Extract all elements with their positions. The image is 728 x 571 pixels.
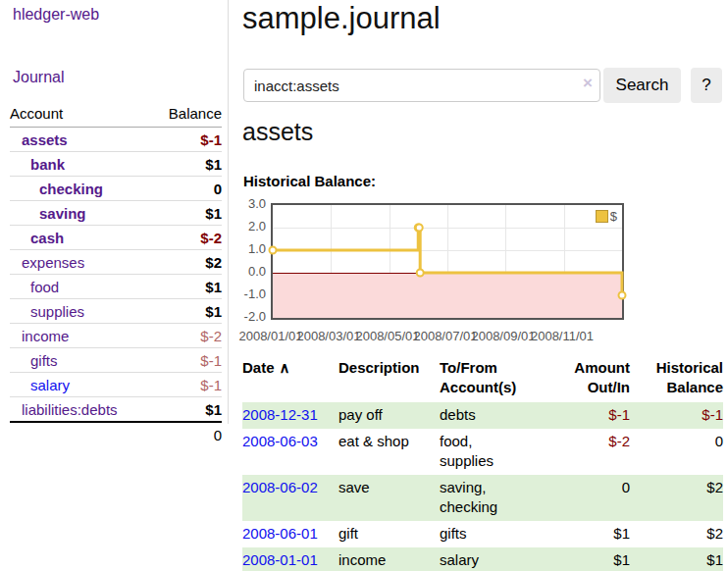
legend-swatch-icon — [596, 210, 608, 223]
account-balance: $1 — [151, 201, 222, 226]
transaction-balance: $1 — [630, 547, 723, 571]
accounts-total-balance: 0 — [151, 422, 222, 447]
account-link-bank[interactable]: bank — [30, 156, 65, 173]
y-axis-tick: -1.0 — [235, 286, 266, 301]
account-row-saving: saving $1 — [10, 201, 222, 226]
app-title-link[interactable]: hledger-web — [13, 6, 99, 24]
register-row[interactable]: 2008-12-31 pay off debts $-1 $-1 — [242, 402, 723, 429]
account-link-cash[interactable]: cash — [30, 230, 64, 246]
search-input[interactable] — [243, 69, 600, 102]
register-row[interactable]: 2008-06-03 eat & shop food, supplies $-2… — [242, 429, 723, 475]
account-balance: $-1 — [151, 128, 222, 152]
account-row-liabilities-debts: liabilities:debts $1 — [10, 397, 222, 423]
account-link-supplies[interactable]: supplies — [30, 303, 84, 320]
sidebar-item-journal[interactable]: Journal — [13, 69, 64, 86]
data-point — [270, 247, 277, 254]
transaction-date-link[interactable]: 2008-12-31 — [242, 406, 318, 423]
register-header-accounts: To/From Account(s) — [440, 356, 530, 402]
data-point — [619, 292, 626, 299]
x-axis-tick: 2008/11/01 — [523, 329, 601, 343]
transaction-accounts: food, supplies — [440, 429, 530, 475]
account-row-expenses: expenses $2 — [10, 250, 222, 275]
account-balance: $-1 — [151, 373, 222, 397]
chart-legend: $ — [594, 208, 619, 225]
account-balance: $1 — [151, 299, 222, 324]
account-link-salary[interactable]: salary — [30, 377, 70, 393]
account-balance: 0 — [151, 177, 222, 201]
page-title: sample.journal — [242, 0, 441, 40]
account-row-bank: bank $1 — [10, 152, 222, 177]
help-button[interactable]: ? — [691, 68, 722, 103]
transaction-amount: 0 — [530, 475, 630, 521]
accounts-table: Account Balance assets $-1 bank $1 check… — [10, 102, 222, 447]
transaction-balance: $2 — [630, 475, 723, 521]
register-header-date[interactable]: Date∧ — [242, 356, 338, 402]
transaction-balance: $-1 — [630, 402, 723, 429]
y-axis-tick: 2.0 — [235, 219, 266, 234]
register-row[interactable]: 2008-06-02 save saving, checking 0 $2 — [242, 475, 723, 521]
y-axis-tick: 3.0 — [235, 196, 266, 211]
account-link-food[interactable]: food — [30, 279, 59, 295]
account-link-income[interactable]: income — [22, 328, 69, 344]
account-balance: $1 — [151, 397, 222, 423]
accounts-header-balance: Balance — [151, 102, 222, 128]
y-axis-tick: -2.0 — [235, 309, 266, 324]
account-balance: $2 — [151, 250, 222, 275]
register-header-date-label: Date — [242, 359, 275, 376]
register-header-description: Description — [338, 356, 440, 402]
transaction-date-link[interactable]: 2008-01-01 — [242, 551, 318, 568]
account-row-salary: salary $-1 — [10, 373, 222, 397]
register-header-amount: Amount Out/In — [530, 356, 630, 402]
data-point — [417, 270, 424, 277]
transaction-accounts: gifts — [440, 521, 530, 547]
transaction-amount: $1 — [530, 547, 630, 571]
historical-balance-chart: 3.0 2.0 1.0 0.0 -1.0 -2.0 $ 2008/01/01 2… — [235, 191, 728, 344]
register-row[interactable]: 2008-06-01 gift gifts $1 $2 — [242, 521, 723, 547]
accounts-header-account: Account — [10, 102, 151, 128]
account-link-assets[interactable]: assets — [22, 131, 68, 148]
transaction-amount: $1 — [530, 521, 630, 547]
account-balance: $1 — [151, 152, 222, 177]
account-row-supplies: supplies $1 — [10, 299, 222, 324]
transaction-date-link[interactable]: 2008-06-01 — [242, 525, 318, 542]
account-link-gifts[interactable]: gifts — [30, 352, 58, 369]
transaction-description: pay off — [338, 402, 440, 429]
transaction-date-link[interactable]: 2008-06-02 — [242, 479, 318, 495]
account-balance: $-2 — [151, 226, 222, 250]
account-row-income: income $-2 — [10, 324, 222, 348]
transaction-amount: $-2 — [530, 429, 630, 475]
register-table-header: Date∧ Description To/From Account(s) Amo… — [242, 356, 723, 402]
y-axis-tick: 1.0 — [235, 241, 266, 256]
transaction-description: income — [338, 547, 440, 571]
account-link-expenses[interactable]: expenses — [22, 254, 84, 271]
register-header-balance: Historical Balance — [630, 356, 723, 402]
account-row-assets: assets $-1 — [10, 128, 222, 152]
transaction-description: save — [338, 475, 440, 521]
chart-plot-area[interactable]: $ — [271, 203, 624, 320]
y-axis-tick: 0.0 — [235, 264, 266, 279]
account-row-checking: checking 0 — [10, 177, 222, 201]
account-link-checking[interactable]: checking — [39, 181, 103, 197]
accounts-table-header: Account Balance — [10, 102, 222, 128]
chart-title: Historical Balance: — [243, 173, 376, 189]
search-button[interactable]: Search — [603, 68, 681, 103]
balance-line-svg — [273, 205, 622, 318]
account-link-liabilities-debts[interactable]: liabilities:debts — [22, 401, 118, 418]
account-balance: $1 — [151, 275, 222, 299]
account-row-cash: cash $-2 — [10, 226, 222, 250]
transaction-accounts: debts — [440, 402, 530, 429]
transaction-date-link[interactable]: 2008-06-03 — [242, 433, 318, 449]
account-row-food: food $1 — [10, 275, 222, 299]
clear-search-icon[interactable]: × — [579, 74, 597, 93]
sort-ascending-icon: ∧ — [280, 359, 290, 376]
register-row[interactable]: 2008-01-01 income salary $1 $1 — [242, 547, 723, 571]
transaction-description: eat & shop — [338, 429, 440, 475]
sidebar: hledger-web Journal Account Balance asse… — [0, 0, 229, 424]
account-row-gifts: gifts $-1 — [10, 348, 222, 373]
account-balance: $-1 — [151, 348, 222, 373]
accounts-total-row: 0 — [10, 422, 222, 447]
account-link-saving[interactable]: saving — [39, 205, 86, 222]
transaction-balance: 0 — [630, 429, 723, 475]
transaction-accounts: salary — [440, 547, 530, 571]
hledger-web-page: hledger-web Journal Account Balance asse… — [0, 0, 728, 571]
